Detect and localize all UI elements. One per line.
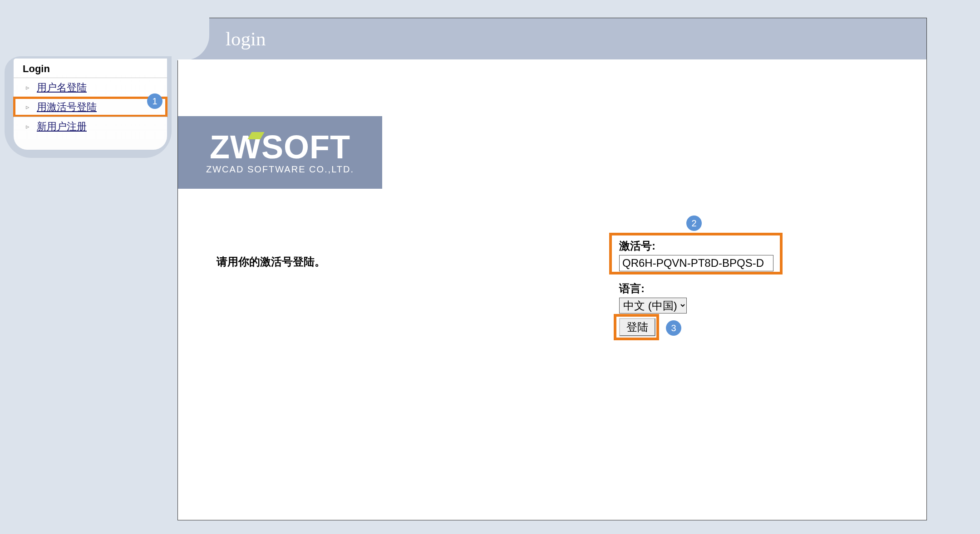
annotation-badge-2: 2 — [686, 216, 702, 231]
language-select[interactable]: 中文 (中国) — [619, 298, 687, 314]
activation-label: 激活号: — [619, 239, 773, 253]
sidebar-item-username-login[interactable]: ▹ 用户名登陆 — [14, 78, 167, 97]
activation-input[interactable] — [619, 255, 773, 271]
chevron-icon: ▹ — [25, 85, 30, 90]
logo-subtitle: ZWCAD SOFTWARE CO.,LTD. — [206, 164, 354, 175]
language-label: 语言: — [619, 281, 773, 296]
chevron-icon: ▹ — [25, 104, 30, 110]
sidebar-item-activation-login[interactable]: ▹ 用激活号登陆 — [14, 97, 167, 117]
page-title: login — [226, 28, 266, 50]
instruction-text: 请用你的激活号登陆。 — [217, 255, 325, 269]
logo: ZWSOFT ZWCAD SOFTWARE CO.,LTD. — [178, 116, 382, 189]
main-panel: login ZWSOFT ZWCAD SOFTWARE CO.,LTD. 请用你… — [177, 18, 927, 520]
login-form: 激活号: 语言: 中文 (中国) 登陆 — [619, 239, 773, 341]
sidebar-title: Login — [14, 59, 167, 78]
chevron-icon: ▹ — [25, 124, 30, 129]
sidebar-item-register[interactable]: ▹ 新用户注册 — [14, 117, 167, 136]
annotation-badge-3: 3 — [666, 320, 681, 336]
sidebar: Login ▹ 用户名登陆 ▹ 用激活号登陆 ▹ 新用户注册 — [14, 59, 167, 150]
login-button[interactable]: 登陆 — [619, 318, 655, 336]
content-area: ZWSOFT ZWCAD SOFTWARE CO.,LTD. 请用你的激活号登陆… — [178, 59, 926, 520]
sidebar-item-label: 用激活号登陆 — [37, 100, 97, 114]
sidebar-item-label: 新用户注册 — [37, 120, 87, 133]
header-bar: login — [178, 18, 926, 59]
sidebar-item-label: 用户名登陆 — [37, 81, 87, 94]
logo-text-right: SOFT — [261, 131, 350, 163]
annotation-badge-1: 1 — [147, 93, 163, 109]
